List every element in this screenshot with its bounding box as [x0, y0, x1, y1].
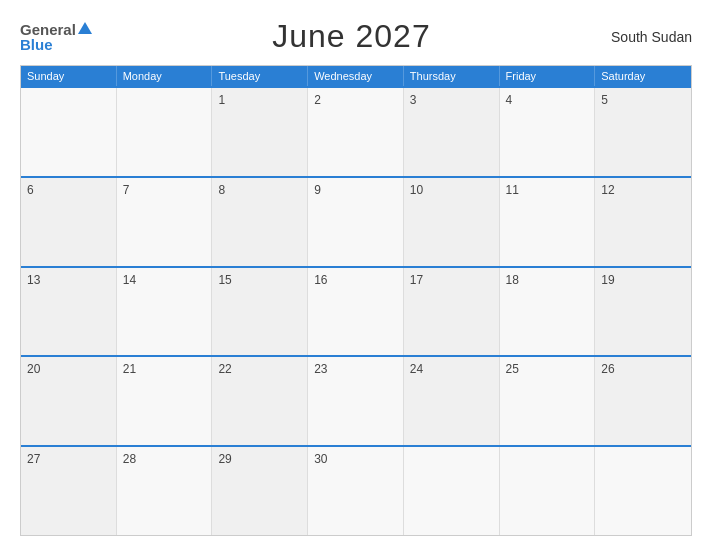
- day-cell: [404, 447, 500, 535]
- day-cell: 7: [117, 178, 213, 266]
- day-cell: 24: [404, 357, 500, 445]
- day-cell: 11: [500, 178, 596, 266]
- week-row-4: 20 21 22 23 24 25 26: [21, 355, 691, 445]
- header: General Blue June 2027 South Sudan: [20, 18, 692, 55]
- week-row-3: 13 14 15 16 17 18 19: [21, 266, 691, 356]
- calendar-title: June 2027: [272, 18, 430, 55]
- day-cell: 29: [212, 447, 308, 535]
- day-cell: 4: [500, 88, 596, 176]
- day-cell: 17: [404, 268, 500, 356]
- day-cell: [500, 447, 596, 535]
- day-cell: 8: [212, 178, 308, 266]
- day-cell: 27: [21, 447, 117, 535]
- day-cell: 10: [404, 178, 500, 266]
- day-cell: 28: [117, 447, 213, 535]
- country-label: South Sudan: [611, 29, 692, 45]
- header-thursday: Thursday: [404, 66, 500, 86]
- day-cell: 20: [21, 357, 117, 445]
- page: General Blue June 2027 South Sudan Sunda…: [0, 0, 712, 550]
- day-cell: 9: [308, 178, 404, 266]
- day-cell: 1: [212, 88, 308, 176]
- logo-triangle-icon: [78, 22, 92, 34]
- day-cell: 3: [404, 88, 500, 176]
- day-cell: 21: [117, 357, 213, 445]
- week-row-1: 1 2 3 4 5: [21, 86, 691, 176]
- day-cell: 2: [308, 88, 404, 176]
- day-cell: 18: [500, 268, 596, 356]
- day-cell: 16: [308, 268, 404, 356]
- day-cell: [117, 88, 213, 176]
- header-saturday: Saturday: [595, 66, 691, 86]
- weeks-container: 1 2 3 4 5 6 7 8 9 10 11 12 13 14 15 16: [21, 86, 691, 535]
- week-row-5: 27 28 29 30: [21, 445, 691, 535]
- header-tuesday: Tuesday: [212, 66, 308, 86]
- day-cell: 15: [212, 268, 308, 356]
- day-cell: 5: [595, 88, 691, 176]
- day-cell: 22: [212, 357, 308, 445]
- day-cell: 26: [595, 357, 691, 445]
- day-cell: 19: [595, 268, 691, 356]
- header-wednesday: Wednesday: [308, 66, 404, 86]
- day-headers-row: Sunday Monday Tuesday Wednesday Thursday…: [21, 66, 691, 86]
- logo: General Blue: [20, 22, 92, 52]
- day-cell: 25: [500, 357, 596, 445]
- header-sunday: Sunday: [21, 66, 117, 86]
- calendar: Sunday Monday Tuesday Wednesday Thursday…: [20, 65, 692, 536]
- day-cell: [21, 88, 117, 176]
- day-cell: 6: [21, 178, 117, 266]
- day-cell: [595, 447, 691, 535]
- day-cell: 30: [308, 447, 404, 535]
- logo-general-text: General: [20, 22, 76, 37]
- day-cell: 13: [21, 268, 117, 356]
- header-friday: Friday: [500, 66, 596, 86]
- header-monday: Monday: [117, 66, 213, 86]
- logo-blue-text: Blue: [20, 37, 53, 52]
- day-cell: 23: [308, 357, 404, 445]
- day-cell: 12: [595, 178, 691, 266]
- day-cell: 14: [117, 268, 213, 356]
- week-row-2: 6 7 8 9 10 11 12: [21, 176, 691, 266]
